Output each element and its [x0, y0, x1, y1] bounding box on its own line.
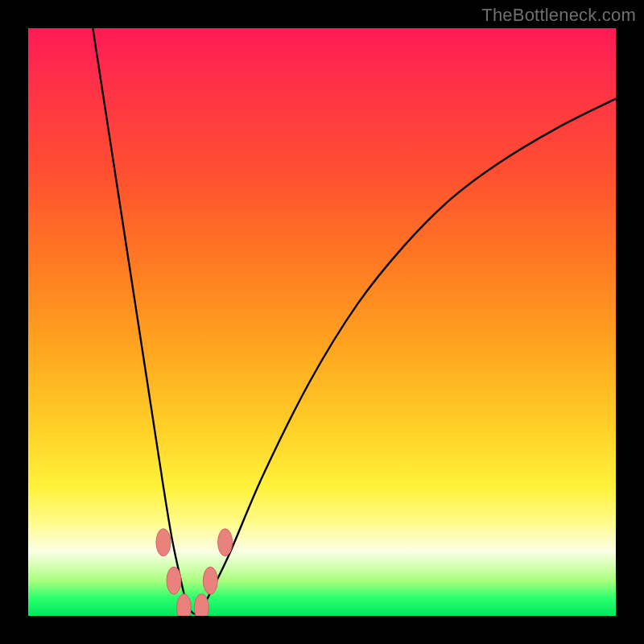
marker-left-lower: [167, 567, 181, 594]
plot-area: [28, 28, 616, 616]
chart-frame: TheBottleneck.com: [0, 0, 644, 644]
watermark-text: TheBottleneck.com: [481, 5, 636, 26]
marker-right-lower: [203, 567, 217, 594]
bottleneck-curve: [93, 28, 616, 614]
marker-bottom-left: [177, 594, 192, 616]
marker-bottom-right: [194, 594, 208, 616]
curve-layer: [28, 28, 616, 616]
marker-left-upper: [156, 529, 171, 556]
marker-right-upper: [218, 529, 233, 556]
